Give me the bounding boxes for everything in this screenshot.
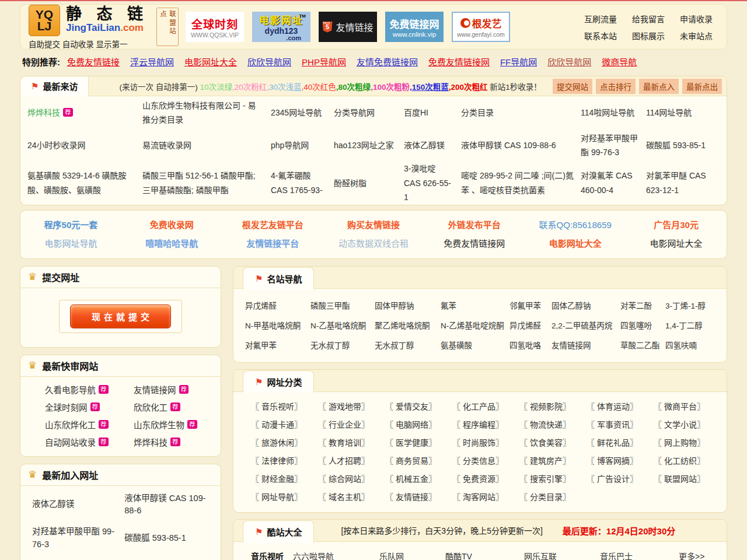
visitor-site-link[interactable]: 液体甲醇镁 CAS 109-88-6 <box>461 138 581 153</box>
sponsor-link[interactable]: 嘻嘻哈哈导航 <box>121 237 222 249</box>
famous-site-link[interactable]: 无水叔丁醇 <box>375 339 441 351</box>
sponsor-link[interactable]: 广告月30元 <box>626 218 727 230</box>
visits-header-button[interactable]: 提交网站 <box>553 79 592 94</box>
category-link[interactable]: 〖 分类信息〗 <box>452 454 519 466</box>
category-link[interactable]: 〖 建筑房产〗 <box>519 454 587 466</box>
site-logo[interactable]: YQ LJ 静 态 链 JingTaiLian.com 自助提交 自动收录 显示… <box>29 5 148 50</box>
category-link[interactable]: 〖 联盟网站〗 <box>654 473 721 484</box>
famous-site-link[interactable]: 聚乙烯吡咯烷酮 <box>375 319 441 331</box>
category-link[interactable]: 〖 爱情交友〗 <box>385 400 452 412</box>
banner-qqsk[interactable]: 全球时刻 WWW.QQSK.VIP <box>186 12 244 42</box>
cool-site-link[interactable]: 音乐巴士 <box>600 550 679 560</box>
category-link[interactable]: 〖 广告设计〗 <box>587 473 654 484</box>
fast-review-link[interactable]: 全球时刻网荐 <box>45 400 134 414</box>
famous-site-link[interactable]: 固体乙醇钠 <box>551 299 620 311</box>
category-link[interactable]: 〖 电脑网络〗 <box>385 418 452 430</box>
category-link[interactable]: 〖 旅游休闲〗 <box>251 436 318 448</box>
category-link[interactable]: 〖 网上购物〗 <box>654 436 721 448</box>
category-link[interactable]: 〖 动漫卡通〗 <box>251 418 318 430</box>
category-link[interactable]: 〖 体育运动〗 <box>587 400 654 412</box>
cool-site-link[interactable]: 六六啦导航 <box>293 550 379 560</box>
tab-site-categories[interactable]: ⚑ 网址分类 <box>243 370 314 393</box>
category-link[interactable]: 〖 机械五金〗 <box>385 473 452 484</box>
visitor-site-link[interactable]: 分类目录 <box>461 106 581 120</box>
category-link[interactable]: 〖 友情链接〗 <box>385 491 452 502</box>
visitor-site-link[interactable]: 分类导航网 <box>334 106 404 120</box>
header-link[interactable]: 互刷流量 <box>584 13 617 24</box>
famous-site-link[interactable]: 四氢呋喃 <box>665 339 727 351</box>
visitor-site-link[interactable]: 114啦网址导航 <box>581 106 646 120</box>
special-recommend-link[interactable]: FF导航网 <box>500 57 537 67</box>
visitor-site-link[interactable]: 对溴氟苯 CAS 460-00-4 <box>581 169 646 197</box>
category-link[interactable]: 〖 人才招聘〗 <box>318 454 385 466</box>
header-link[interactable]: 联系本站 <box>584 30 617 41</box>
category-link[interactable]: 〖 博客网摘〗 <box>587 454 654 466</box>
category-link[interactable]: 〖 搜索引擎〗 <box>519 473 587 484</box>
visitor-site-link[interactable]: 3-溴吡啶 CAS 626-55-1 <box>404 162 461 205</box>
famous-site-link[interactable]: 四氢吡咯 <box>509 339 551 351</box>
famous-site-link[interactable]: 固体甲醇钠 <box>375 299 441 311</box>
famous-site-link[interactable]: N-乙基吡咯烷酮 <box>310 319 375 331</box>
category-link[interactable]: 〖 物流快递〗 <box>519 418 587 430</box>
visits-header-button[interactable]: 最新点出 <box>682 79 722 94</box>
visitor-site-link[interactable]: 磷酸三甲酯 512-56-1 磷酸甲酯; 三甲基磷酸酯; 磷酸甲酯 <box>142 169 271 197</box>
more-link[interactable]: 更多>> <box>679 550 727 560</box>
visitor-site-link[interactable]: 嘧啶 289-95-2 间二嗪 ;间(二)氮苯 、嘧啶核苷类抗菌素 <box>461 169 581 197</box>
category-link[interactable]: 〖 视频影院〗 <box>519 400 587 412</box>
fast-review-link[interactable]: 山东欣烨化工荐 <box>45 417 134 432</box>
sponsor-link[interactable]: 电影网址导航 <box>20 237 121 249</box>
famous-site-link[interactable]: 四氢噻吩 <box>620 319 665 331</box>
famous-site-link[interactable]: 1,4-丁二醇 <box>665 319 727 331</box>
special-recommend-link[interactable]: 电影网址大全 <box>184 57 237 67</box>
header-link[interactable]: 图标展示 <box>632 30 665 41</box>
submit-now-button[interactable]: 现在就提交 <box>70 304 171 328</box>
category-link[interactable]: 〖 鲜花礼品〗 <box>587 436 654 448</box>
famous-site-link[interactable]: 友情链接网 <box>551 339 620 351</box>
special-recommend-link[interactable]: 友情免费链接网 <box>357 57 418 67</box>
visitor-site-link[interactable]: 易流链收录网 <box>142 138 271 153</box>
newly-added-link[interactable]: 碳酸胍 593-85-1 <box>124 528 214 549</box>
newly-added-link[interactable]: 氨基磺酸 5329-14-6 磺酰胺酸、磺酸胺、氨磺酸 <box>32 555 116 560</box>
famous-site-link[interactable]: N-甲基吡咯烷酮 <box>245 319 310 331</box>
cool-site-link[interactable]: 酷酷TV <box>445 550 524 560</box>
newly-added-link[interactable]: 磷酸三甲酯 512-56-1 磷酸甲酯; 三甲基磷酸酯; 磷酸甲酯 <box>124 555 214 560</box>
sponsor-link[interactable]: 联系QQ:85618659 <box>525 218 626 230</box>
sponsor-link[interactable]: 程序50元一套 <box>20 218 121 230</box>
visitor-site-link[interactable]: 液体乙醇镁 <box>404 138 461 153</box>
category-link[interactable]: 〖 饮食美容〗 <box>519 436 587 448</box>
famous-site-link[interactable]: 无水叔丁醇 <box>310 339 375 351</box>
visits-header-button[interactable]: 点击排行 <box>596 79 636 94</box>
category-link[interactable]: 〖 财经金融〗 <box>251 473 318 484</box>
category-link[interactable]: 〖 免费资源〗 <box>452 473 519 484</box>
tab-famous-sites[interactable]: ⚑ 名站导航 <box>243 267 314 290</box>
fast-review-link[interactable]: 自动网站收录荐 <box>45 435 134 449</box>
fast-review-link[interactable]: 欣欣化工荐 <box>134 400 221 414</box>
famous-site-link[interactable]: 对氟甲苯 <box>245 339 310 351</box>
category-link[interactable]: 〖 综合网站〗 <box>318 473 385 484</box>
newly-added-link[interactable]: 液体乙醇镁 <box>32 494 116 515</box>
category-link[interactable]: 〖 游戏地带〗 <box>318 400 385 412</box>
category-link[interactable]: 〖 淘客网站〗 <box>452 491 519 502</box>
famous-site-link[interactable]: 2,2-二甲硫基丙烷 <box>551 319 620 331</box>
sponsor-link[interactable]: 免费收录网 <box>121 218 222 230</box>
sponsor-link[interactable]: 友情链接平台 <box>222 237 323 249</box>
tab-latest-visitors[interactable]: ⚑ 最新来访 <box>20 76 89 96</box>
fast-review-link[interactable]: 友情链接网荐 <box>134 382 221 397</box>
header-link[interactable]: 给我留言 <box>632 13 665 24</box>
sponsor-link[interactable]: 购买友情链接 <box>323 218 424 230</box>
banner-genfayi[interactable]: 根发艺 www.genfayi.com <box>452 12 510 42</box>
category-link[interactable]: 〖 法律律师〗 <box>251 454 318 466</box>
category-link[interactable]: 〖 文学小说〗 <box>654 418 721 430</box>
visitor-site-link[interactable]: 百度HI <box>404 106 461 120</box>
famous-site-link[interactable]: 异戊烯醛 <box>509 319 551 331</box>
visitor-site-link[interactable]: 烨烨科技荐 <box>27 106 142 120</box>
header-link[interactable]: 未审站点 <box>680 30 713 41</box>
special-recommend-link[interactable]: PHP导航网 <box>302 57 346 67</box>
special-recommend-link[interactable]: 浮云导航网 <box>130 57 174 67</box>
famous-site-link[interactable]: 草酸二乙酯 <box>620 339 665 351</box>
category-link[interactable]: 〖 时尚服饰〗 <box>452 436 519 448</box>
fast-review-link[interactable]: 久看电影导航荐 <box>45 382 134 397</box>
category-link[interactable]: 〖 化工纺织〗 <box>654 454 721 466</box>
famous-site-link[interactable]: N-乙烯基吡啶烷酮 <box>441 319 509 331</box>
special-recommend-link[interactable]: 微商导航 <box>602 57 637 67</box>
